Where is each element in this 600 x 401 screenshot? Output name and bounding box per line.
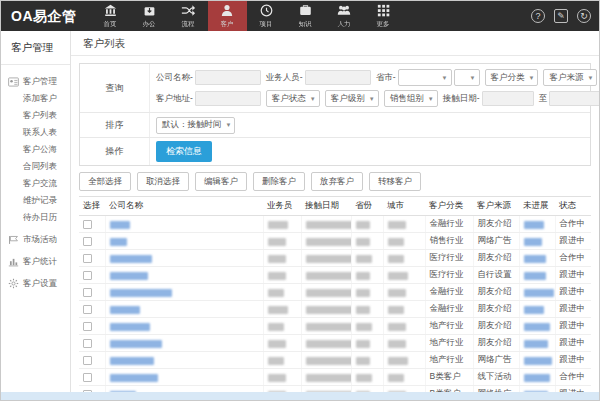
status-select[interactable]: 客户状态▼: [266, 90, 320, 107]
company-name-cell[interactable]: [105, 352, 263, 369]
contact-date-cell: [301, 267, 351, 284]
row-checkbox[interactable]: [83, 339, 92, 348]
sidebar-item-market[interactable]: 市场活动: [1, 231, 70, 248]
row-checkbox[interactable]: [83, 305, 92, 314]
company-name-cell[interactable]: [105, 250, 263, 267]
sidebar-item-维护记录[interactable]: 维护记录: [1, 192, 70, 209]
sidebar-item-stats[interactable]: 客户统计: [1, 253, 70, 270]
company-name-cell[interactable]: [105, 318, 263, 335]
category-cell: 地产行业: [425, 352, 473, 369]
salesperson-input[interactable]: [305, 70, 371, 85]
sidebar-title: 客户管理: [1, 31, 70, 65]
row-checkbox[interactable]: [83, 356, 92, 365]
redacted-text: [268, 221, 288, 229]
sidebar-item-联系人表[interactable]: 联系人表: [1, 124, 70, 141]
action-button-全部选择[interactable]: 全部选择: [79, 172, 131, 191]
source-cell: 线下活动: [473, 369, 519, 386]
address-input[interactable]: [195, 91, 261, 106]
action-button-取消选择[interactable]: 取消选择: [137, 172, 189, 191]
nav-item-home[interactable]: 首页: [91, 1, 130, 31]
redacted-text: [306, 238, 352, 246]
company-name-cell[interactable]: [105, 284, 263, 301]
table-row: 地产行业朋友介绍跟进中: [79, 335, 591, 352]
row-checkbox[interactable]: [83, 373, 92, 382]
sidebar-item-添加客户[interactable]: 添加客户: [1, 90, 70, 107]
company-name-cell[interactable]: [105, 335, 263, 352]
company-name-cell[interactable]: [105, 369, 263, 386]
row-checkbox[interactable]: [83, 322, 92, 331]
action-button-放弃客户[interactable]: 放弃客户: [311, 172, 363, 191]
category-select[interactable]: 客户分类▼: [485, 69, 539, 86]
row-checkbox[interactable]: [83, 271, 92, 280]
nav-item-office[interactable]: 办公: [130, 1, 169, 31]
sidebar-item-待办日历[interactable]: 待办日历: [1, 209, 70, 226]
contact-date-from-input[interactable]: [482, 91, 534, 106]
contact-date-to-input[interactable]: [549, 91, 599, 106]
source-select[interactable]: 客户来源▼: [543, 69, 597, 86]
sidebar-item-客户列表[interactable]: 客户列表: [1, 107, 70, 124]
action-button-编辑客户[interactable]: 编辑客户: [195, 172, 247, 191]
sales-group-select[interactable]: 销售组别▼: [384, 90, 438, 107]
nav-item-knowledge[interactable]: 知识: [286, 1, 325, 31]
refresh-icon[interactable]: ↻: [577, 9, 591, 23]
company-name-cell[interactable]: [105, 216, 263, 233]
sidebar-item-合同列表[interactable]: 合同列表: [1, 158, 70, 175]
province-cell: [351, 233, 383, 250]
province-cell: [351, 216, 383, 233]
pending-cell[interactable]: [519, 250, 555, 267]
nav-item-project[interactable]: 项目: [247, 1, 286, 31]
nav-item-hr[interactable]: 人力: [325, 1, 364, 31]
search-info-button[interactable]: 检索信息: [156, 141, 212, 162]
row-checkbox[interactable]: [83, 237, 92, 246]
sidebar-item-客户公海[interactable]: 客户公海: [1, 141, 70, 158]
city-select[interactable]: ▼: [454, 69, 480, 86]
pending-cell[interactable]: [519, 233, 555, 250]
city-cell: [383, 318, 425, 335]
more-icon: [377, 4, 390, 17]
sidebar-item-客户交流[interactable]: 客户交流: [1, 175, 70, 192]
company-name-cell[interactable]: [105, 267, 263, 284]
city-cell: [383, 369, 425, 386]
row-checkbox[interactable]: [83, 220, 92, 229]
gear-icon: [7, 278, 20, 289]
nav-item-workflow[interactable]: 流程: [169, 1, 208, 31]
sort-row-label: 排序: [80, 113, 150, 137]
company-name-cell[interactable]: [105, 233, 263, 250]
sort-select[interactable]: 默认：接触时间▼: [156, 117, 235, 134]
sidebar-item-settings[interactable]: 客户设置: [1, 275, 70, 292]
edit-icon[interactable]: ✎: [554, 9, 568, 23]
help-icon[interactable]: ?: [531, 9, 545, 23]
action-button-转移客户[interactable]: 转移客户: [369, 172, 421, 191]
source-cell: 朋友介绍: [473, 335, 519, 352]
nav-item-more[interactable]: 更多: [364, 1, 403, 31]
pending-cell[interactable]: [519, 335, 555, 352]
pending-cell[interactable]: [519, 284, 555, 301]
pending-cell[interactable]: [519, 216, 555, 233]
category-cell: 金融行业: [425, 216, 473, 233]
row-checkbox[interactable]: [83, 288, 92, 297]
company-name-cell[interactable]: [105, 301, 263, 318]
row-checkbox[interactable]: [83, 254, 92, 263]
sidebar-item-cust-mgmt[interactable]: 客户管理: [1, 73, 70, 90]
pending-cell[interactable]: [519, 318, 555, 335]
pending-cell[interactable]: [519, 369, 555, 386]
hr-icon: [337, 4, 351, 17]
redacted-text: [306, 255, 352, 263]
table-row: 金融行业朋友介绍合作中: [79, 216, 591, 233]
redacted-text: [356, 306, 370, 314]
contacts-icon: [7, 76, 20, 87]
company-name-input[interactable]: [195, 70, 261, 85]
level-select[interactable]: 客户级别▼: [325, 90, 379, 107]
province-select[interactable]: ▼: [398, 69, 452, 86]
column-header-公司名称: 公司名称: [105, 197, 263, 216]
action-button-删除客户[interactable]: 删除客户: [253, 172, 305, 191]
pending-cell[interactable]: [519, 267, 555, 284]
redacted-text: [268, 340, 286, 348]
redacted-text: [268, 272, 286, 280]
operation-row-label: 操作: [80, 138, 150, 165]
pending-cell[interactable]: [519, 301, 555, 318]
category-cell: 医疗行业: [425, 250, 473, 267]
pending-cell[interactable]: [519, 352, 555, 369]
nav-item-customer[interactable]: 客户: [208, 1, 247, 31]
column-header-客户分类: 客户分类: [425, 197, 473, 216]
